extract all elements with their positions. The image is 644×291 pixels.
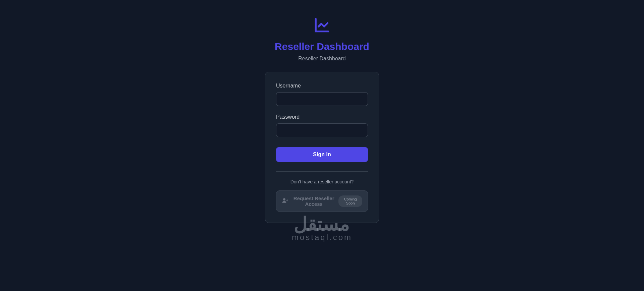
signin-button[interactable]: Sign In [276, 147, 368, 162]
username-input[interactable] [276, 92, 368, 106]
svg-point-0 [283, 198, 285, 200]
username-form-group: Username [276, 83, 368, 106]
divider [276, 171, 368, 172]
person-add-icon [282, 197, 288, 206]
username-label: Username [276, 83, 368, 89]
password-label: Password [276, 114, 368, 120]
page-subtitle: Reseller Dashboard [298, 56, 345, 62]
chart-line-icon [314, 29, 330, 35]
coming-soon-badge: Coming Soon [338, 195, 362, 207]
password-form-group: Password [276, 114, 368, 137]
logo-container [314, 17, 330, 35]
password-input[interactable] [276, 123, 368, 137]
request-access-button[interactable]: Request Reseller Access Coming Soon [276, 190, 368, 212]
watermark-latin: mostaql.com [292, 233, 352, 242]
page-title: Reseller Dashboard [275, 41, 369, 52]
no-account-prompt: Don't have a reseller account? [276, 179, 368, 184]
request-access-label: Request Reseller Access [292, 195, 335, 207]
login-card: Username Password Sign In Don't have a r… [265, 72, 379, 223]
